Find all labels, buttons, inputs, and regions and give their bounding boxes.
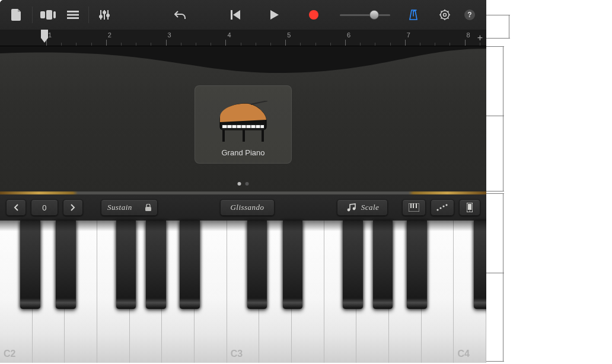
help-button[interactable]: ? xyxy=(459,6,480,24)
ruler-minor-tick xyxy=(61,43,62,46)
black-key[interactable] xyxy=(20,221,40,309)
sustain-button[interactable]: Sustain xyxy=(101,199,158,216)
keyboard-layout-button[interactable] xyxy=(402,199,426,216)
ruler-bar: 5 xyxy=(285,40,286,46)
octave-down-button[interactable] xyxy=(6,199,26,216)
svg-point-35 xyxy=(436,209,438,210)
record-button[interactable] xyxy=(303,6,324,24)
ruler-minor-tick xyxy=(241,43,241,46)
callout-line xyxy=(486,46,504,47)
ruler-minor-tick xyxy=(360,43,361,46)
svg-rect-3 xyxy=(67,11,79,12)
ruler-minor-tick xyxy=(151,43,151,46)
volume-knob[interactable] xyxy=(369,10,379,20)
ruler-bar: 8 xyxy=(465,40,466,46)
svg-rect-1 xyxy=(46,10,52,20)
ruler[interactable]: + 12345678 xyxy=(0,30,486,46)
scale-button[interactable]: Scale xyxy=(337,199,388,216)
svg-point-41 xyxy=(469,210,470,212)
master-volume-slider[interactable] xyxy=(340,14,390,16)
lock-icon xyxy=(145,204,151,211)
instrument-selector[interactable]: Grand Piano xyxy=(195,85,292,164)
glissando-label: Glissando xyxy=(230,203,264,212)
volume-track[interactable] xyxy=(340,14,390,16)
track-controls-button[interactable] xyxy=(94,6,115,24)
svg-rect-16 xyxy=(222,125,264,128)
svg-rect-4 xyxy=(67,14,79,16)
svg-rect-32 xyxy=(410,203,412,208)
octave-display: 0 xyxy=(31,199,58,216)
ruler-bar: 4 xyxy=(225,40,226,46)
callout-line xyxy=(486,361,504,362)
ruler-minor-tick xyxy=(420,43,420,46)
keyboard-icon xyxy=(409,203,419,212)
black-key[interactable] xyxy=(407,221,427,309)
callout-line xyxy=(503,46,503,191)
ruler-minor-tick xyxy=(76,43,76,46)
svg-rect-27 xyxy=(243,130,245,142)
ruler-minor-tick xyxy=(315,43,316,46)
svg-point-8 xyxy=(107,14,109,17)
svg-point-37 xyxy=(442,205,444,207)
ruler-minor-tick xyxy=(121,43,122,46)
tracks-view-button[interactable] xyxy=(62,6,84,24)
key-label: C4 xyxy=(457,349,469,359)
svg-point-12 xyxy=(444,14,447,17)
black-key[interactable] xyxy=(247,221,267,309)
song-settings-button[interactable] xyxy=(434,6,455,24)
instrument-browser-button[interactable] xyxy=(37,6,59,24)
ruler-bar: 6 xyxy=(345,40,346,46)
svg-point-7 xyxy=(103,11,106,14)
ruler-bar: 2 xyxy=(106,40,107,46)
black-key[interactable] xyxy=(343,221,363,309)
svg-point-38 xyxy=(445,204,447,206)
ruler-minor-tick xyxy=(450,43,450,46)
notes-icon xyxy=(346,203,356,212)
callout-line xyxy=(486,193,504,194)
svg-rect-33 xyxy=(413,203,414,208)
svg-rect-28 xyxy=(145,207,151,211)
add-section-button[interactable]: + xyxy=(477,33,483,43)
svg-rect-9 xyxy=(231,10,232,20)
play-button[interactable] xyxy=(264,6,285,24)
ruler-minor-tick xyxy=(390,43,391,46)
ruler-minor-tick xyxy=(256,43,256,46)
instrument-name-label: Grand Piano xyxy=(222,148,265,157)
ruler-bar: 1 xyxy=(46,40,47,46)
instrument-area: Grand Piano xyxy=(0,46,486,191)
scale-label: Scale xyxy=(361,203,380,212)
black-key[interactable] xyxy=(474,221,486,309)
page-dot-1[interactable] xyxy=(238,182,241,186)
my-songs-button[interactable] xyxy=(6,6,27,24)
svg-rect-0 xyxy=(40,11,45,18)
black-key[interactable] xyxy=(56,221,76,309)
octave-up-button[interactable] xyxy=(63,199,83,216)
svg-rect-40 xyxy=(468,204,471,210)
metronome-button[interactable] xyxy=(403,6,424,24)
arpeggiator-icon xyxy=(436,204,448,211)
black-key[interactable] xyxy=(283,221,303,309)
svg-rect-2 xyxy=(53,11,56,18)
ruler-bar: 7 xyxy=(405,40,406,46)
arpeggiator-button[interactable] xyxy=(431,199,454,216)
lid-curve xyxy=(0,46,486,79)
sustain-label: Sustain xyxy=(107,203,132,212)
black-key[interactable] xyxy=(373,221,393,309)
ruler-minor-tick xyxy=(375,43,375,46)
svg-point-6 xyxy=(100,15,102,18)
svg-rect-34 xyxy=(416,203,417,208)
go-to-beginning-button[interactable] xyxy=(225,6,246,24)
callout-line xyxy=(486,15,510,15)
keyboard[interactable]: C2 C3 C4 xyxy=(0,221,486,363)
svg-rect-5 xyxy=(67,17,79,19)
black-key[interactable] xyxy=(116,221,136,309)
ruler-minor-tick xyxy=(181,43,181,46)
page-dot-2[interactable] xyxy=(246,182,249,186)
page-indicator[interactable] xyxy=(238,182,249,186)
key-label: C3 xyxy=(231,349,243,359)
keyboard-glide-button[interactable] xyxy=(459,199,480,216)
keyboard-mode-button[interactable]: Glissando xyxy=(220,199,275,216)
black-key[interactable] xyxy=(146,221,166,309)
black-key[interactable] xyxy=(180,221,200,309)
undo-button[interactable] xyxy=(170,6,191,24)
